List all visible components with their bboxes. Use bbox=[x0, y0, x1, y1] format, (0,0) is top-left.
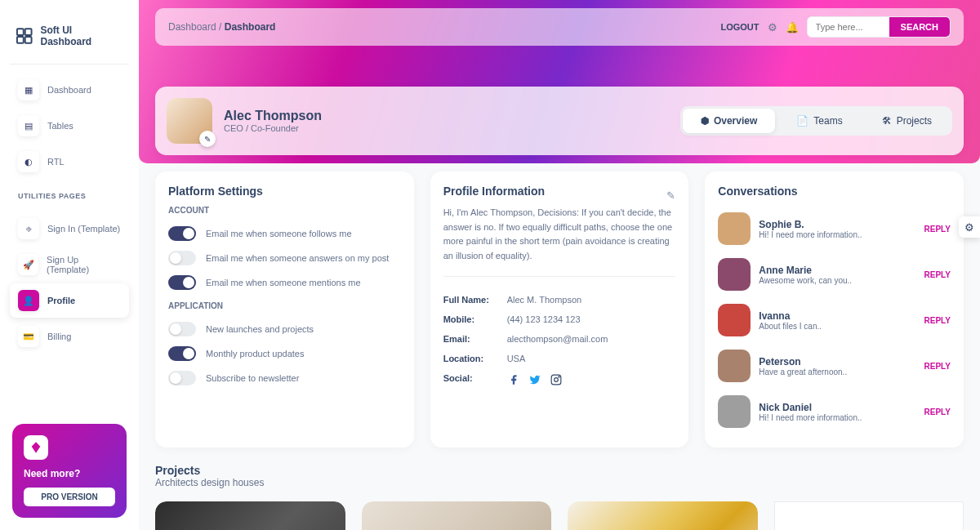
twitter-icon[interactable] bbox=[528, 373, 541, 386]
settings-fab[interactable]: ⚙ bbox=[959, 216, 980, 238]
facebook-icon[interactable] bbox=[507, 373, 520, 386]
setting-toggle[interactable] bbox=[168, 251, 196, 265]
info-row: Full Name:Alec M. Thompson bbox=[443, 290, 676, 310]
conversation-message: Hi! I need more information.. bbox=[759, 413, 915, 422]
info-row: Mobile:(44) 123 1234 123 bbox=[443, 310, 676, 329]
sidebar-item-profile[interactable]: 👤Profile bbox=[10, 283, 129, 318]
setting-text: New launches and projects bbox=[206, 324, 314, 334]
info-value: alecthompson@mail.com bbox=[507, 334, 608, 344]
cube-icon: ⬢ bbox=[701, 115, 709, 127]
sidebar-item-signin[interactable]: ⎆Sign In (Template) bbox=[10, 212, 129, 246]
pro-version-button[interactable]: PRO VERSION bbox=[24, 488, 115, 506]
setting-row: New launches and projects bbox=[168, 317, 401, 341]
conversation-avatar bbox=[718, 304, 751, 336]
edit-info-icon[interactable]: ✎ bbox=[666, 189, 675, 202]
project-card[interactable] bbox=[362, 501, 552, 530]
conversation-item: Anne MarieAwesome work, can you..REPLY bbox=[718, 252, 951, 297]
sidebar-item-tables[interactable]: ▤Tables bbox=[10, 109, 129, 143]
conversation-name: Peterson bbox=[759, 356, 915, 367]
nav-label: Dashboard bbox=[47, 85, 91, 95]
instagram-icon[interactable] bbox=[550, 373, 563, 386]
svg-rect-3 bbox=[25, 37, 32, 43]
reply-button[interactable]: REPLY bbox=[924, 316, 951, 325]
application-label: APPLICATION bbox=[168, 301, 401, 310]
nav-label: Tables bbox=[47, 121, 74, 131]
profile-bio: Hi, I'm Alec Thompson, Decisions: If you… bbox=[443, 206, 676, 277]
setting-toggle[interactable] bbox=[168, 346, 196, 361]
home-icon: ▦ bbox=[18, 79, 39, 100]
profile-info-card: Profile Information ✎ Hi, I'm Alec Thomp… bbox=[430, 171, 689, 448]
card-title: Platform Settings bbox=[168, 185, 401, 198]
logout-button[interactable]: LOGOUT bbox=[720, 22, 759, 32]
breadcrumb: Dashboard / Dashboard bbox=[168, 21, 275, 33]
search-button[interactable]: SEARCH bbox=[889, 17, 950, 37]
setting-row: Email me when someone mentions me bbox=[168, 270, 401, 295]
setting-toggle[interactable] bbox=[168, 371, 196, 385]
setting-toggle[interactable] bbox=[168, 275, 196, 290]
conversation-item: IvannaAbout files I can..REPLY bbox=[718, 297, 951, 343]
sidebar-item-rtl[interactable]: ◐RTL bbox=[10, 145, 129, 179]
info-value: Alec M. Thompson bbox=[507, 295, 582, 305]
project-card[interactable] bbox=[568, 501, 758, 530]
profile-name: Alec Thompson bbox=[224, 109, 322, 123]
sidebar-item-dashboard[interactable]: ▦Dashboard bbox=[10, 73, 129, 107]
sidebar-item-signup[interactable]: 🚀Sign Up (Template) bbox=[10, 247, 129, 282]
reply-button[interactable]: REPLY bbox=[924, 362, 951, 371]
profile-role: CEO / Co-Founder bbox=[224, 123, 322, 133]
reply-button[interactable]: REPLY bbox=[924, 225, 951, 234]
conversation-avatar bbox=[718, 212, 751, 245]
project-card[interactable] bbox=[155, 501, 345, 530]
sidebar: Soft UI Dashboard ▦Dashboard ▤Tables ◐RT… bbox=[0, 0, 139, 530]
edit-avatar-button[interactable]: ✎ bbox=[199, 131, 216, 147]
tab-overview[interactable]: ⬢Overview bbox=[683, 109, 775, 133]
conversation-name: Sophie B. bbox=[759, 219, 915, 230]
setting-toggle[interactable] bbox=[168, 322, 196, 336]
svg-rect-0 bbox=[17, 29, 24, 35]
setting-text: Email me when someone follows me bbox=[206, 229, 352, 238]
setting-toggle[interactable] bbox=[168, 226, 196, 241]
profile-icon: 👤 bbox=[18, 290, 39, 311]
breadcrumb-root[interactable]: Dashboard bbox=[168, 21, 216, 33]
tab-label: Teams bbox=[813, 115, 842, 127]
svg-point-6 bbox=[559, 376, 559, 377]
conversation-item: Nick DanielHi! I need more information..… bbox=[718, 389, 951, 434]
nav-section-utilities: UTILITIES PAGES bbox=[10, 180, 129, 203]
gear-icon[interactable]: ⚙ bbox=[768, 21, 777, 33]
tab-projects[interactable]: 🛠Projects bbox=[864, 109, 950, 133]
project-image bbox=[568, 501, 758, 530]
brand[interactable]: Soft UI Dashboard bbox=[10, 16, 129, 65]
conversation-avatar bbox=[718, 350, 751, 382]
info-row: Location:USA bbox=[443, 349, 676, 368]
sidebar-item-billing[interactable]: 💳Billing bbox=[10, 319, 129, 354]
info-label: Mobile: bbox=[443, 314, 501, 324]
new-project-button[interactable]: + New project bbox=[774, 501, 964, 530]
conversation-message: About files I can.. bbox=[759, 322, 915, 331]
info-label: Email: bbox=[443, 334, 501, 344]
conversation-avatar bbox=[718, 395, 751, 428]
bell-icon[interactable]: 🔔 bbox=[786, 21, 799, 33]
tab-label: Projects bbox=[897, 115, 932, 127]
svg-point-5 bbox=[554, 378, 558, 382]
diamond-icon bbox=[24, 435, 48, 460]
tab-label: Overview bbox=[714, 115, 757, 127]
setting-text: Monthly product updates bbox=[206, 349, 304, 359]
social-label: Social: bbox=[443, 373, 501, 386]
tab-teams[interactable]: 📄Teams bbox=[778, 109, 860, 133]
nav-label: Billing bbox=[47, 332, 71, 341]
conversation-name: Anne Marie bbox=[759, 265, 915, 276]
projects-section: Projects Architects design houses + New … bbox=[155, 464, 964, 530]
platform-settings-card: Platform Settings ACCOUNT Email me when … bbox=[155, 171, 414, 448]
promo-title: Need more? bbox=[24, 468, 115, 479]
conversation-message: Have a great afternoon.. bbox=[759, 367, 915, 376]
conversation-item: PetersonHave a great afternoon..REPLY bbox=[718, 343, 951, 389]
reply-button[interactable]: REPLY bbox=[924, 408, 951, 416]
topbar: Dashboard / Dashboard LOGOUT ⚙ 🔔 SEARCH bbox=[155, 8, 964, 46]
search-box: SEARCH bbox=[807, 16, 951, 38]
info-value: USA bbox=[507, 354, 526, 363]
reply-button[interactable]: REPLY bbox=[924, 270, 951, 279]
card-title: Conversations bbox=[718, 185, 951, 198]
search-input[interactable] bbox=[808, 17, 889, 37]
conversation-avatar bbox=[718, 258, 751, 291]
setting-text: Email me when someone mentions me bbox=[206, 278, 361, 287]
conversation-name: Ivanna bbox=[759, 310, 915, 322]
